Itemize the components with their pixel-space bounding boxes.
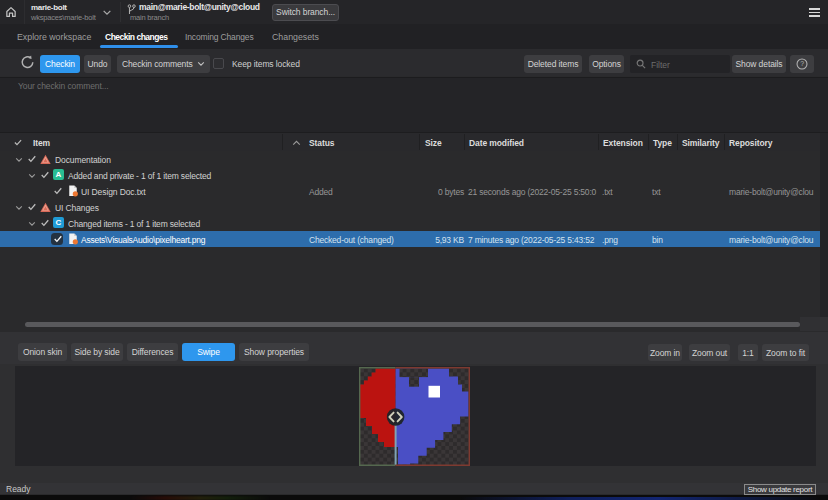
svg-text:?: ? (800, 60, 804, 67)
